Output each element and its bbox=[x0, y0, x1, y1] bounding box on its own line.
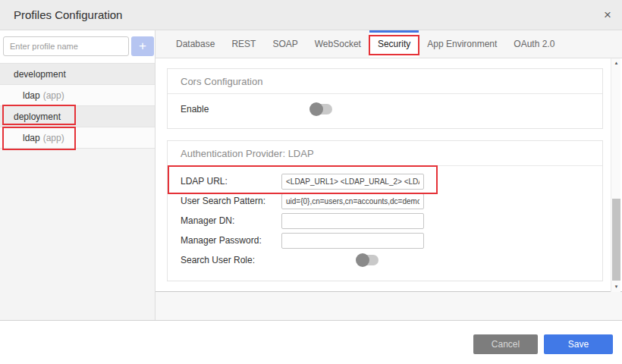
profiles-configuration-dialog: Profiles Configuration × + development l… bbox=[0, 0, 622, 364]
main-area: Database REST SOAP WebSocket Security Ap… bbox=[156, 30, 622, 320]
cors-enable-row: Enable bbox=[181, 99, 589, 119]
cors-configuration-card: Cors Configuration Enable bbox=[167, 68, 603, 129]
ldap-card-title: Authentication Provider: LDAP bbox=[181, 148, 589, 159]
user-search-pattern-input[interactable] bbox=[281, 193, 424, 209]
profile-item-label: deployment bbox=[14, 111, 61, 122]
profile-item-ldap-deployment[interactable]: ldap (app) bbox=[0, 127, 155, 149]
tab-security-label: Security bbox=[378, 39, 410, 49]
toggle-thumb bbox=[356, 253, 369, 267]
tab-database[interactable]: Database bbox=[168, 30, 223, 58]
search-user-role-toggle[interactable] bbox=[356, 253, 379, 267]
profiles-sidebar: + development ldap (app) deployment ldap… bbox=[0, 30, 156, 320]
profile-item-development[interactable]: development bbox=[0, 64, 155, 85]
save-button[interactable]: Save bbox=[544, 334, 613, 354]
search-user-role-row: Search User Role: bbox=[181, 250, 589, 270]
dialog-footer: Cancel Save bbox=[0, 320, 622, 364]
cors-enable-label: Enable bbox=[181, 104, 209, 115]
scrollbar-thumb[interactable] bbox=[612, 199, 620, 281]
profile-item-label: development bbox=[14, 69, 66, 80]
dialog-title: Profiles Configuration bbox=[14, 8, 122, 21]
manager-password-label: Manager Password: bbox=[181, 235, 262, 246]
tab-soap[interactable]: SOAP bbox=[264, 30, 306, 58]
profile-list: development ldap (app) deployment ldap (… bbox=[0, 64, 155, 149]
cors-enable-toggle[interactable] bbox=[309, 102, 333, 116]
ldap-provider-card: Authentication Provider: LDAP LDAP URL: … bbox=[167, 140, 603, 281]
profile-item-deployment[interactable]: deployment bbox=[0, 106, 155, 127]
manager-dn-row: Manager DN: bbox=[181, 211, 589, 231]
dialog-header: Profiles Configuration × bbox=[0, 0, 622, 30]
profile-name-input[interactable] bbox=[3, 36, 129, 56]
close-icon[interactable]: × bbox=[599, 7, 616, 24]
panel-bottom-strip bbox=[156, 292, 622, 320]
cancel-button[interactable]: Cancel bbox=[473, 334, 538, 354]
security-tab-panel: Cors Configuration Enable Authentication… bbox=[156, 58, 622, 292]
manager-dn-label: Manager DN: bbox=[181, 215, 234, 226]
tab-websocket[interactable]: WebSocket bbox=[306, 30, 369, 58]
add-profile-button[interactable]: + bbox=[131, 36, 154, 56]
panel-scrollbar[interactable]: ▲ ▼ bbox=[611, 58, 620, 292]
manager-dn-input[interactable] bbox=[281, 213, 424, 229]
cors-card-title: Cors Configuration bbox=[181, 76, 589, 87]
scrollbar-up-arrow-icon[interactable]: ▲ bbox=[611, 58, 621, 68]
profile-item-suffix: (app) bbox=[43, 133, 64, 143]
tab-security[interactable]: Security bbox=[369, 30, 419, 58]
user-search-pattern-label: User Search Pattern: bbox=[181, 196, 265, 206]
manager-password-input[interactable] bbox=[281, 233, 424, 249]
profile-item-label: ldap bbox=[23, 133, 40, 143]
ldap-url-row: LDAP URL: bbox=[181, 171, 589, 191]
ldap-url-label: LDAP URL: bbox=[181, 176, 228, 187]
profile-item-ldap-development[interactable]: ldap (app) bbox=[0, 85, 155, 106]
manager-password-row: Manager Password: bbox=[181, 231, 589, 250]
tab-rest[interactable]: REST bbox=[223, 30, 264, 58]
search-user-role-label: Search User Role: bbox=[181, 255, 255, 265]
tab-oauth[interactable]: OAuth 2.0 bbox=[505, 30, 563, 58]
profile-create-bar: + bbox=[0, 30, 155, 64]
ldap-url-input[interactable] bbox=[281, 174, 424, 190]
user-search-pattern-row: User Search Pattern: bbox=[181, 191, 589, 211]
profile-item-label: ldap bbox=[23, 90, 40, 101]
tab-app-environment[interactable]: App Environment bbox=[419, 30, 505, 58]
tab-bar: Database REST SOAP WebSocket Security Ap… bbox=[156, 30, 622, 58]
scrollbar-down-arrow-icon[interactable]: ▼ bbox=[611, 282, 621, 292]
profile-item-suffix: (app) bbox=[43, 90, 64, 101]
